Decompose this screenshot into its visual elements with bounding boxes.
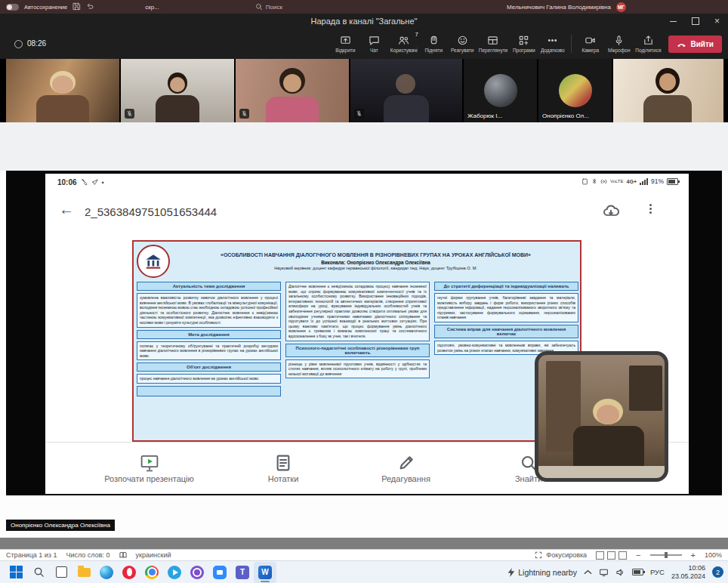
chrome-button[interactable] (140, 562, 163, 583)
autosave-toggle[interactable] (6, 4, 19, 11)
viber-button[interactable] (186, 562, 208, 583)
meeting-clock-icon (14, 40, 23, 48)
minimize-button[interactable] (662, 14, 684, 29)
poster-document: «ОСОБЛИВОСТІ НАВЧАННЯ ДІАЛОГІЧНОГО МОВЛЕ… (132, 240, 581, 442)
edge-button[interactable] (95, 562, 118, 583)
view-button[interactable]: Переглянути (477, 29, 510, 58)
zoom-in-button[interactable]: + (691, 551, 696, 560)
teams-button[interactable]: T (231, 562, 254, 583)
people-icon (398, 35, 409, 46)
display-icon[interactable] (599, 568, 609, 577)
battery-percent: 91% (651, 177, 664, 185)
meeting-timer: 08:26 (27, 39, 46, 48)
apps-button[interactable]: Програми (510, 29, 538, 58)
word-button[interactable]: W (254, 562, 276, 583)
folder-icon (78, 568, 91, 577)
close-button[interactable]: × (706, 14, 728, 29)
notes-button[interactable]: Нотатки (223, 454, 344, 483)
zoom-button[interactable] (208, 562, 231, 583)
raise-hand-button[interactable]: Підняти (420, 29, 448, 58)
view-switcher[interactable] (596, 551, 627, 560)
clock[interactable]: 10:06 23.05.2024 (671, 564, 705, 581)
react-button[interactable]: Реагувати (449, 29, 477, 58)
start-button[interactable] (5, 562, 27, 583)
leave-button[interactable]: Вийти (668, 35, 722, 53)
camera-icon (585, 35, 596, 46)
video-tile-3[interactable] (236, 59, 349, 122)
room-shelf (629, 366, 662, 411)
cloud-download-button[interactable] (603, 204, 619, 222)
section-heading: Актуальність теми дослідження (137, 282, 281, 291)
chat-icon (369, 35, 380, 46)
more-button[interactable]: Додатково (538, 29, 566, 58)
telegram-icon (168, 566, 181, 579)
video-tile-2[interactable] (121, 59, 234, 122)
taskbar-search-button[interactable] (27, 562, 50, 583)
task-view-button[interactable] (50, 562, 72, 583)
camera-button[interactable]: Камера (576, 29, 604, 58)
hangup-icon (677, 39, 686, 49)
nearby-share-status[interactable]: Lightning nearby (507, 568, 577, 577)
section-heading: Система вправ для навчання діалогічного … (434, 325, 578, 338)
volte-indicator: VoLTE (610, 179, 624, 184)
video-tile-4[interactable] (350, 59, 462, 122)
start-presentation-button[interactable]: Розпочати презентацію (76, 454, 223, 483)
view-icon (487, 35, 498, 46)
proofing-icon (119, 551, 127, 559)
poster-column-left: Актуальність теми дослідження зумовлена … (137, 282, 281, 396)
apps-icon (518, 35, 529, 46)
volume-icon[interactable] (615, 568, 625, 577)
focus-icon (535, 551, 542, 559)
word-count[interactable]: Число слов: 0 (66, 551, 110, 559)
language-indicator[interactable]: украинский (136, 551, 171, 559)
phone-statusbar-left: 10:06 • (57, 178, 104, 187)
back-button[interactable]: ← (59, 201, 74, 218)
avatar-tile-2[interactable]: Онопрієнко Ол... (538, 59, 612, 122)
focus-mode-button[interactable]: Фокусировка (535, 551, 587, 559)
chat-button[interactable]: Чат (360, 29, 388, 58)
zoom-out-button[interactable]: − (636, 551, 640, 560)
university-logo (137, 245, 170, 278)
people-button[interactable]: 7 Користувачі (389, 29, 419, 58)
word-search[interactable]: Поиск (255, 3, 282, 11)
word-canvas-gap (0, 538, 728, 549)
page-indicator[interactable]: Страница 1 из 1 (6, 551, 57, 559)
word-titlebar: Автосохранение скр... Поиск Мельничович … (0, 0, 728, 14)
save-icon[interactable] (72, 2, 81, 12)
open-button[interactable]: Відкрити (332, 29, 359, 58)
notes-icon (274, 454, 292, 472)
avatar[interactable]: МГ (616, 2, 626, 12)
overflow-menu-button[interactable] (649, 204, 652, 214)
video-tile-1[interactable] (6, 59, 119, 122)
system-tray: Lightning nearby РУС 10:06 23.05.2024 2 (507, 564, 723, 581)
file-explorer-button[interactable] (72, 562, 95, 583)
section-text: процес навчання діалогічного мовлення на… (137, 374, 281, 384)
edit-button[interactable]: Редагування (344, 454, 468, 483)
hidden-icons-chevron[interactable] (584, 569, 592, 575)
zoom-slider[interactable] (650, 554, 682, 556)
telegram-button[interactable] (163, 562, 186, 583)
viber-icon (190, 566, 204, 579)
zoom-level[interactable]: 100% (705, 551, 722, 559)
share-button[interactable]: Поділитися (634, 29, 662, 58)
language-switcher[interactable]: РУС (650, 568, 665, 576)
microphone-button[interactable]: Мікрофон (605, 29, 633, 58)
teams-titlebar[interactable]: Нарада в каналі "Загальне" (0, 14, 728, 29)
share-icon (643, 35, 654, 46)
telegram-status-icon (91, 179, 98, 186)
phone-clock: 10:06 (57, 178, 77, 187)
ellipsis-icon (547, 35, 558, 46)
taskbar: T W Lightning nearby РУС 10:06 23.05.202… (0, 560, 728, 583)
undo-icon[interactable] (86, 2, 94, 12)
document-name[interactable]: скр... (145, 4, 159, 11)
self-view-video[interactable] (535, 351, 668, 482)
maximize-button[interactable] (684, 14, 706, 29)
search-icon (33, 566, 45, 578)
avatar-tile-1[interactable]: Жаборюк І... (464, 59, 537, 122)
document-title: 2_5363849751051653444 (85, 205, 217, 218)
video-tile-5[interactable] (613, 59, 723, 122)
opera-button[interactable] (118, 562, 140, 583)
notification-badge[interactable]: 2 (712, 566, 723, 578)
tray-battery-icon[interactable] (632, 569, 643, 575)
section-text: гнучкі форми групування учнів, багаторів… (434, 293, 578, 322)
